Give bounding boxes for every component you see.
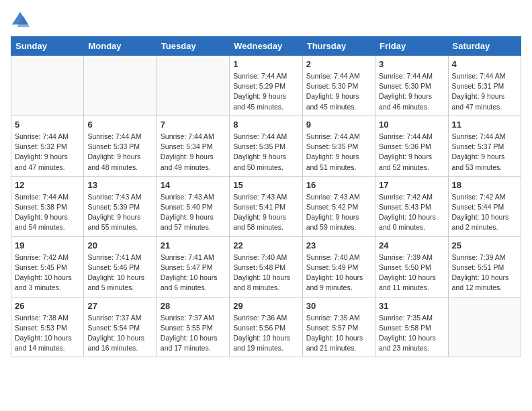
day-detail: Sunrise: 7:44 AM Sunset: 5:32 PM Dayligh…: [15, 132, 80, 173]
day-number: 18: [452, 180, 517, 190]
day-detail: Sunrise: 7:40 AM Sunset: 5:49 PM Dayligh…: [306, 253, 371, 293]
week-row-4: 19Sunrise: 7:42 AM Sunset: 5:45 PM Dayli…: [11, 236, 521, 297]
day-number: 29: [233, 301, 298, 311]
day-number: 9: [306, 120, 371, 130]
day-detail: Sunrise: 7:44 AM Sunset: 5:31 PM Dayligh…: [452, 71, 517, 112]
calendar-cell: 28Sunrise: 7:37 AM Sunset: 5:55 PM Dayli…: [157, 297, 229, 357]
calendar-cell: 11Sunrise: 7:44 AM Sunset: 5:37 PM Dayli…: [448, 116, 521, 176]
day-number: 10: [379, 120, 444, 130]
day-header-saturday: Saturday: [448, 37, 521, 56]
calendar-cell: 19Sunrise: 7:42 AM Sunset: 5:45 PM Dayli…: [11, 236, 84, 297]
day-number: 4: [452, 59, 517, 69]
day-number: 16: [306, 180, 371, 190]
day-number: 13: [87, 180, 152, 190]
calendar-cell: 22Sunrise: 7:40 AM Sunset: 5:48 PM Dayli…: [230, 236, 302, 297]
day-number: 21: [161, 240, 226, 250]
day-detail: Sunrise: 7:44 AM Sunset: 5:29 PM Dayligh…: [233, 71, 298, 112]
calendar-cell: 25Sunrise: 7:39 AM Sunset: 5:51 PM Dayli…: [448, 236, 521, 297]
day-number: 31: [379, 301, 444, 311]
calendar-cell: 3Sunrise: 7:44 AM Sunset: 5:30 PM Daylig…: [375, 56, 448, 116]
page-header: [11, 11, 521, 30]
calendar-cell: 23Sunrise: 7:40 AM Sunset: 5:49 PM Dayli…: [302, 236, 375, 297]
day-number: 5: [15, 120, 80, 130]
calendar-cell: [84, 56, 157, 116]
day-detail: Sunrise: 7:40 AM Sunset: 5:48 PM Dayligh…: [233, 253, 298, 293]
day-number: 22: [233, 240, 298, 250]
day-header-thursday: Thursday: [302, 37, 375, 56]
day-detail: Sunrise: 7:42 AM Sunset: 5:44 PM Dayligh…: [452, 192, 517, 233]
day-detail: Sunrise: 7:42 AM Sunset: 5:45 PM Dayligh…: [15, 253, 80, 293]
calendar-cell: [448, 297, 521, 357]
calendar-cell: 12Sunrise: 7:44 AM Sunset: 5:38 PM Dayli…: [11, 176, 84, 236]
day-header-monday: Monday: [84, 37, 157, 56]
day-number: 24: [379, 240, 444, 250]
day-number: 28: [161, 301, 226, 311]
day-detail: Sunrise: 7:37 AM Sunset: 5:55 PM Dayligh…: [161, 313, 226, 354]
calendar-table: SundayMondayTuesdayWednesdayThursdayFrid…: [11, 36, 521, 357]
calendar-cell: 16Sunrise: 7:43 AM Sunset: 5:42 PM Dayli…: [302, 176, 375, 236]
calendar-cell: 4Sunrise: 7:44 AM Sunset: 5:31 PM Daylig…: [448, 56, 521, 116]
day-detail: Sunrise: 7:41 AM Sunset: 5:47 PM Dayligh…: [161, 253, 226, 293]
day-number: 11: [452, 120, 517, 130]
day-detail: Sunrise: 7:42 AM Sunset: 5:43 PM Dayligh…: [379, 192, 444, 233]
day-number: 26: [15, 301, 80, 311]
day-number: 27: [87, 301, 152, 311]
day-detail: Sunrise: 7:44 AM Sunset: 5:38 PM Dayligh…: [15, 192, 80, 233]
day-header-friday: Friday: [375, 37, 448, 56]
day-detail: Sunrise: 7:35 AM Sunset: 5:58 PM Dayligh…: [379, 313, 444, 354]
day-detail: Sunrise: 7:37 AM Sunset: 5:54 PM Dayligh…: [87, 313, 152, 354]
logo: [11, 11, 32, 30]
calendar-cell: 10Sunrise: 7:44 AM Sunset: 5:36 PM Dayli…: [375, 116, 448, 176]
day-detail: Sunrise: 7:43 AM Sunset: 5:42 PM Dayligh…: [306, 192, 371, 233]
day-detail: Sunrise: 7:39 AM Sunset: 5:50 PM Dayligh…: [379, 253, 444, 293]
week-row-5: 26Sunrise: 7:38 AM Sunset: 5:53 PM Dayli…: [11, 297, 521, 357]
day-detail: Sunrise: 7:43 AM Sunset: 5:39 PM Dayligh…: [87, 192, 152, 233]
calendar-cell: 21Sunrise: 7:41 AM Sunset: 5:47 PM Dayli…: [157, 236, 229, 297]
calendar-cell: 2Sunrise: 7:44 AM Sunset: 5:30 PM Daylig…: [302, 56, 375, 116]
day-header-tuesday: Tuesday: [157, 37, 229, 56]
calendar-cell: 29Sunrise: 7:36 AM Sunset: 5:56 PM Dayli…: [230, 297, 302, 357]
day-number: 23: [306, 240, 371, 250]
calendar-cell: 13Sunrise: 7:43 AM Sunset: 5:39 PM Dayli…: [84, 176, 157, 236]
calendar-cell: 18Sunrise: 7:42 AM Sunset: 5:44 PM Dayli…: [448, 176, 521, 236]
calendar-cell: 30Sunrise: 7:35 AM Sunset: 5:57 PM Dayli…: [302, 297, 375, 357]
day-detail: Sunrise: 7:44 AM Sunset: 5:35 PM Dayligh…: [306, 132, 371, 173]
calendar-cell: 6Sunrise: 7:44 AM Sunset: 5:33 PM Daylig…: [84, 116, 157, 176]
day-number: 2: [306, 59, 371, 69]
calendar-cell: 27Sunrise: 7:37 AM Sunset: 5:54 PM Dayli…: [84, 297, 157, 357]
calendar-cell: 31Sunrise: 7:35 AM Sunset: 5:58 PM Dayli…: [375, 297, 448, 357]
day-number: 14: [161, 180, 226, 190]
day-detail: Sunrise: 7:39 AM Sunset: 5:51 PM Dayligh…: [452, 253, 517, 293]
day-number: 17: [379, 180, 444, 190]
day-header-sunday: Sunday: [11, 37, 84, 56]
day-detail: Sunrise: 7:44 AM Sunset: 5:30 PM Dayligh…: [379, 71, 444, 112]
day-number: 3: [379, 59, 444, 69]
calendar-cell: [11, 56, 84, 116]
day-detail: Sunrise: 7:44 AM Sunset: 5:35 PM Dayligh…: [233, 132, 298, 173]
day-detail: Sunrise: 7:44 AM Sunset: 5:33 PM Dayligh…: [87, 132, 152, 173]
calendar-cell: 14Sunrise: 7:43 AM Sunset: 5:40 PM Dayli…: [157, 176, 229, 236]
day-number: 15: [233, 180, 298, 190]
day-detail: Sunrise: 7:44 AM Sunset: 5:36 PM Dayligh…: [379, 132, 444, 173]
day-number: 20: [87, 240, 152, 250]
logo-icon: [11, 11, 30, 30]
day-detail: Sunrise: 7:36 AM Sunset: 5:56 PM Dayligh…: [233, 313, 298, 354]
calendar-cell: [157, 56, 229, 116]
calendar-cell: 8Sunrise: 7:44 AM Sunset: 5:35 PM Daylig…: [230, 116, 302, 176]
calendar-cell: 5Sunrise: 7:44 AM Sunset: 5:32 PM Daylig…: [11, 116, 84, 176]
calendar-cell: 20Sunrise: 7:41 AM Sunset: 5:46 PM Dayli…: [84, 236, 157, 297]
calendar-cell: 24Sunrise: 7:39 AM Sunset: 5:50 PM Dayli…: [375, 236, 448, 297]
day-header-wednesday: Wednesday: [230, 37, 302, 56]
day-detail: Sunrise: 7:44 AM Sunset: 5:34 PM Dayligh…: [161, 132, 226, 173]
day-number: 30: [306, 301, 371, 311]
day-detail: Sunrise: 7:43 AM Sunset: 5:40 PM Dayligh…: [161, 192, 226, 233]
week-row-1: 1Sunrise: 7:44 AM Sunset: 5:29 PM Daylig…: [11, 56, 521, 116]
day-number: 8: [233, 120, 298, 130]
week-row-3: 12Sunrise: 7:44 AM Sunset: 5:38 PM Dayli…: [11, 176, 521, 236]
day-detail: Sunrise: 7:43 AM Sunset: 5:41 PM Dayligh…: [233, 192, 298, 233]
day-number: 25: [452, 240, 517, 250]
week-row-2: 5Sunrise: 7:44 AM Sunset: 5:32 PM Daylig…: [11, 116, 521, 176]
day-detail: Sunrise: 7:44 AM Sunset: 5:37 PM Dayligh…: [452, 132, 517, 173]
calendar-cell: 7Sunrise: 7:44 AM Sunset: 5:34 PM Daylig…: [157, 116, 229, 176]
calendar-cell: 15Sunrise: 7:43 AM Sunset: 5:41 PM Dayli…: [230, 176, 302, 236]
